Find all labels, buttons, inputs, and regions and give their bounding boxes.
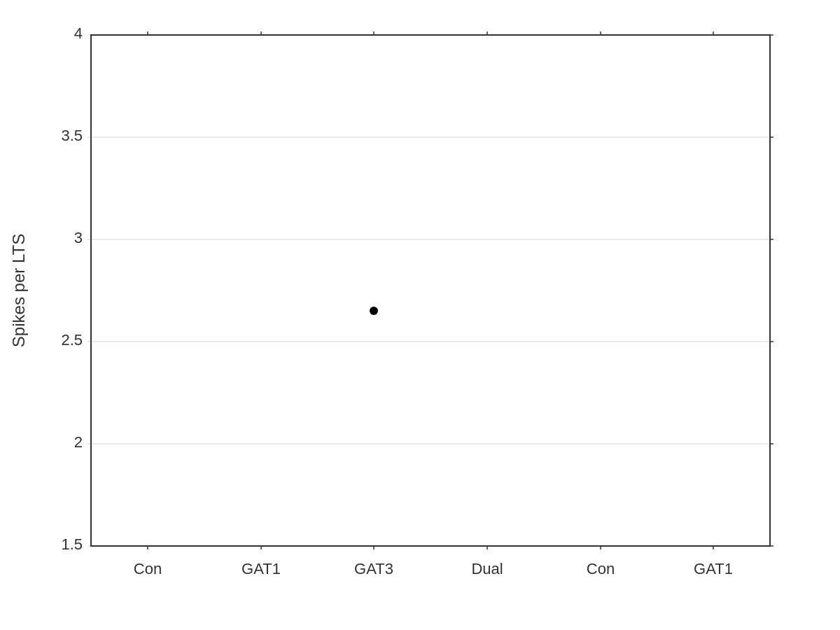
chart-container: 4 3.5 3 2.5 2 1.5 — [0, 0, 840, 630]
datapoint-gat3 — [370, 307, 378, 315]
xlabel-dual: Dual — [471, 560, 503, 578]
xlabel-con2: Con — [587, 560, 615, 578]
ytick-label-4: 4 — [74, 24, 83, 42]
ytick-label-2: 2 — [74, 433, 83, 451]
ytick-label-3: 3 — [74, 229, 83, 246]
xlabel-gat1-2: GAT1 — [694, 560, 733, 578]
ytick-label-35: 3.5 — [61, 127, 83, 144]
xlabel-con1: Con — [134, 560, 162, 578]
xlabel-gat3: GAT3 — [354, 560, 393, 578]
xlabel-gat1-1: GAT1 — [241, 560, 281, 578]
plot-background — [91, 35, 770, 546]
yaxis-label: Spikes per LTS — [9, 234, 28, 347]
chart-svg: 4 3.5 3 2.5 2 1.5 — [0, 0, 840, 630]
ytick-label-25: 2.5 — [61, 331, 83, 349]
ytick-label-15: 1.5 — [61, 536, 83, 553]
